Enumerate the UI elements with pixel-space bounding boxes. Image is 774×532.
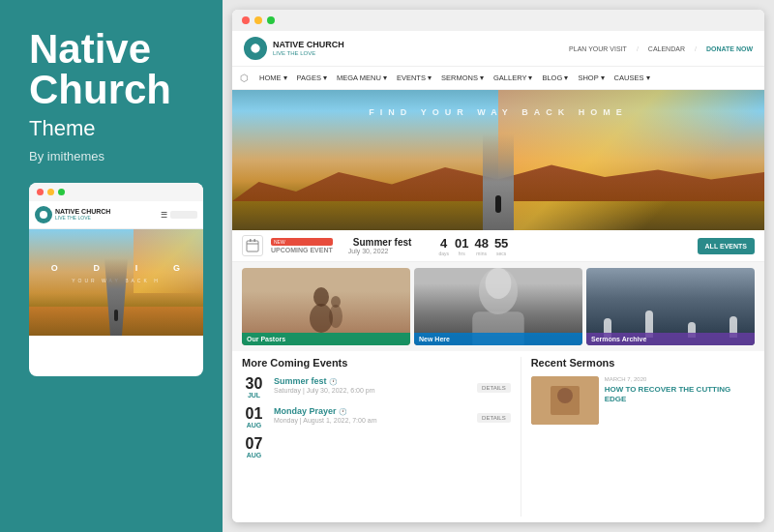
- mobile-dots-bar: [29, 183, 203, 201]
- svg-point-8: [329, 305, 342, 328]
- svg-rect-4: [254, 239, 256, 242]
- left-panel: Native Church Theme By imithemes NATIVE …: [0, 0, 223, 532]
- countdown: 4 days 01 hrs 48 mins 55 secs: [438, 236, 508, 256]
- mobile-person: [114, 310, 118, 321]
- event-date-box-3: 07 AUG: [242, 436, 266, 458]
- theme-subtitle: Theme: [29, 116, 203, 141]
- hero-person: [495, 195, 501, 213]
- svg-point-0: [40, 211, 47, 219]
- upcoming-text: UPCOMING EVENT: [271, 247, 333, 253]
- countdown-secs: 55 secs: [494, 236, 508, 256]
- nav-blog[interactable]: BLOG ▾: [537, 67, 573, 89]
- card-new-here-label: New Here: [414, 333, 582, 345]
- svg-point-11: [486, 268, 512, 299]
- nav-sermons[interactable]: SERMONS ▾: [436, 67, 489, 89]
- nav-shop[interactable]: SHOP ▾: [573, 67, 609, 89]
- event-meta-1: Saturday | July 30, 2022, 6:00 pm: [274, 387, 469, 394]
- nav-causes[interactable]: CAUSES ▾: [610, 67, 655, 89]
- countdown-hrs: 01 hrs: [455, 236, 468, 256]
- theme-by: By imithemes: [29, 149, 203, 163]
- right-panel: NATIVE CHURCH LIVE THE LOVE PLAN YOUR VI…: [223, 0, 774, 532]
- desktop-dot-yellow: [254, 16, 262, 24]
- event-item-3: 07 AUG: [242, 436, 511, 458]
- card-sermons[interactable]: Sermons Archive: [586, 268, 755, 345]
- site-nav: ⬡ HOME ▾ PAGES ▾ MEGA MENU ▾ EVENTS ▾ SE…: [232, 67, 764, 90]
- nav-home[interactable]: HOME ▾: [254, 67, 292, 89]
- site-logo-text: NATIVE CHURCH LIVE THE LOVE: [273, 40, 344, 57]
- event-info-2: Monday Prayer 🕐 Monday | August 1, 2022,…: [274, 406, 469, 424]
- event-title-1[interactable]: Summer fest 🕐: [274, 376, 469, 386]
- countdown-days: 4 days: [438, 236, 449, 256]
- theme-title: Native Church: [29, 29, 203, 110]
- events-list: More Coming Events 30 JUL Summer fest 🕐 …: [242, 357, 511, 517]
- sermons-title: Recent Sermons: [531, 357, 755, 369]
- mobile-dot-yellow: [47, 189, 54, 195]
- details-btn-1[interactable]: DETAILS: [477, 383, 511, 393]
- mobile-preview: NATIVE CHURCH LIVE THE LOVE ☰ ODIG YOUR …: [29, 183, 203, 376]
- site-header: NATIVE CHURCH LIVE THE LOVE PLAN YOUR VI…: [232, 31, 764, 67]
- calendar-link[interactable]: CALENDAR: [648, 45, 685, 52]
- calendar-icon: [242, 235, 263, 256]
- upcoming-label: NEW UPCOMING EVENT: [271, 238, 333, 253]
- nav-pages[interactable]: PAGES ▾: [292, 67, 332, 89]
- countdown-mins: 48 mins: [474, 236, 488, 256]
- details-btn-2[interactable]: DETAILS: [477, 413, 511, 423]
- nav-megamenu[interactable]: MEGA MENU ▾: [332, 67, 392, 89]
- card-new-here[interactable]: New Here: [414, 268, 582, 345]
- all-events-button[interactable]: ALL EVENTS: [698, 238, 755, 254]
- mobile-logo-text: NATIVE CHURCH LIVE THE LOVE: [55, 208, 110, 221]
- cards-row: Our Pastors New Here: [232, 262, 764, 351]
- sermon-thumbnail: [531, 376, 599, 425]
- site-header-links: PLAN YOUR VISIT / CALENDAR / DONATE NOW: [569, 45, 753, 52]
- sermon-item: MARCH 7, 2020 HOW TO RECOVER THE CUTTING…: [531, 376, 755, 425]
- event-info-1: Summer fest 🕐 Saturday | July 30, 2022, …: [274, 376, 469, 394]
- site-logo: NATIVE CHURCH LIVE THE LOVE: [244, 37, 344, 60]
- event-date-box-1: 30 JUL: [242, 376, 266, 399]
- site-hero: FIND YOUR WAY BACK HOME: [232, 90, 764, 230]
- site-logo-icon: [244, 37, 267, 60]
- event-date: July 30, 2022: [348, 248, 412, 254]
- plan-visit-link[interactable]: PLAN YOUR VISIT: [569, 45, 627, 52]
- desktop-dot-green: [267, 16, 275, 24]
- events-bar: NEW UPCOMING EVENT Summer fest July 30, …: [232, 230, 764, 262]
- share-icon[interactable]: ⬡: [240, 73, 249, 83]
- svg-point-14: [557, 388, 573, 403]
- bottom-section: More Coming Events 30 JUL Summer fest 🕐 …: [232, 351, 764, 522]
- event-date-box-2: 01 AUG: [242, 406, 266, 429]
- nav-events[interactable]: EVENTS ▾: [392, 67, 436, 89]
- card-pastors[interactable]: Our Pastors: [242, 268, 410, 345]
- card-sermons-label: Sermons Archive: [586, 333, 755, 345]
- event-item-2: 01 AUG Monday Prayer 🕐 Monday | August 1…: [242, 406, 511, 429]
- sermon-info: MARCH 7, 2020 HOW TO RECOVER THE CUTTING…: [605, 376, 755, 425]
- desktop-dot-red: [242, 16, 250, 24]
- mobile-logo: NATIVE CHURCH LIVE THE LOVE: [35, 206, 110, 223]
- desktop-preview: NATIVE CHURCH LIVE THE LOVE PLAN YOUR VI…: [232, 10, 764, 522]
- desktop-dots-bar: [232, 10, 764, 31]
- new-badge: NEW: [271, 238, 333, 246]
- svg-rect-3: [250, 239, 252, 242]
- mobile-logo-icon: [35, 206, 52, 223]
- event-info-3: [274, 436, 511, 437]
- nav-gallery[interactable]: GALLERY ▾: [489, 67, 537, 89]
- hamburger-icon[interactable]: ☰: [161, 211, 167, 220]
- event-meta-2: Monday | August 1, 2022, 7:00 am: [274, 417, 469, 424]
- mobile-dot-red: [37, 189, 44, 195]
- svg-rect-1: [247, 241, 258, 251]
- mobile-sky-overlay: [134, 229, 203, 293]
- mobile-dot-green: [58, 189, 65, 195]
- event-title-2[interactable]: Monday Prayer 🕐: [274, 406, 469, 416]
- more-events-title: More Coming Events: [242, 357, 511, 369]
- mobile-nav-controls: ☰: [161, 211, 197, 220]
- event-name: Summer fest: [353, 237, 412, 248]
- sermon-title[interactable]: HOW TO RECOVER THE CUTTING EDGE: [605, 385, 755, 405]
- dropdown-mock: [170, 211, 197, 219]
- hero-heading: FIND YOUR WAY BACK HOME: [232, 107, 764, 117]
- card-pastors-label: Our Pastors: [242, 333, 410, 345]
- sermons-list: Recent Sermons MARCH 7, 2020: [521, 357, 755, 517]
- mobile-nav-bar: NATIVE CHURCH LIVE THE LOVE ☰: [29, 201, 203, 229]
- donate-link[interactable]: DONATE NOW: [706, 45, 753, 52]
- event-item-1: 30 JUL Summer fest 🕐 Saturday | July 30,…: [242, 376, 511, 399]
- mobile-hero: ODIG YOUR WAY BACK H: [29, 229, 203, 336]
- sermon-date: MARCH 7, 2020: [605, 376, 755, 382]
